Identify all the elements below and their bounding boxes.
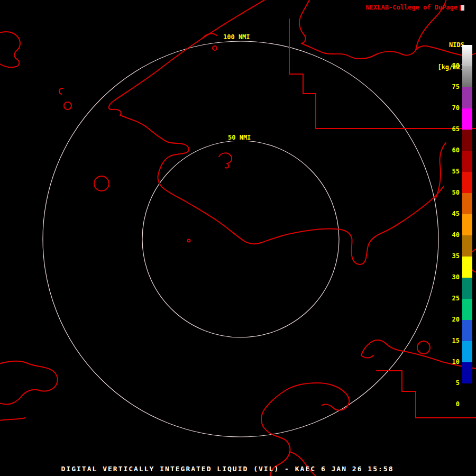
- colorbar-tick-70: 70: [442, 104, 460, 112]
- map-outlines: [0, 0, 476, 476]
- small-lake-upperleft: [64, 102, 71, 109]
- colorbar-tick-50: 50: [442, 188, 460, 197]
- coastline-topleft-corner: [0, 32, 20, 67]
- colorbar-segment-0: [462, 383, 472, 405]
- colorbar-tick-15: 15: [442, 336, 460, 345]
- range-ring-label-50nmi: 50 NMI: [226, 134, 253, 141]
- colorbar-segment-25: [462, 278, 472, 299]
- small-dot-center: [188, 240, 190, 242]
- colorbar-tick-20: 20: [442, 315, 460, 324]
- colorbar-tick-5: 5: [442, 379, 460, 387]
- island-bottom-a: [261, 383, 345, 476]
- colorbar-segment-70: [462, 87, 472, 108]
- coastline-bottomleft-a: [0, 361, 58, 405]
- coastline-bottomleft-b: [0, 418, 25, 420]
- colorbar-tick-30: 30: [442, 273, 460, 281]
- small-lake-left: [94, 176, 109, 191]
- colorbar-segment-80: [462, 45, 472, 66]
- small-lake-bottomright: [417, 341, 430, 354]
- coast-detail-upperleft: [59, 88, 63, 94]
- colorbar-segment-15: [462, 320, 472, 341]
- island-bottom-c: [322, 392, 349, 410]
- colorbar-segment-50: [462, 172, 472, 193]
- colorbar-header: NIDS [kg/m2]: [437, 26, 464, 86]
- colorbar-segment-35: [462, 235, 472, 257]
- coast-detail-inner: [219, 153, 232, 168]
- range-ring-label-100nmi: 100 NMI: [221, 33, 252, 41]
- colorbar-title: NIDS: [437, 41, 464, 49]
- colorbar-tick-45: 45: [442, 209, 460, 218]
- coastline-topright-a: [299, 0, 310, 43]
- brand: NEXLAB-College of DuPage: [366, 4, 464, 11]
- colorbar-tick-40: 40: [442, 231, 460, 239]
- colorbar-tick-75: 75: [442, 83, 460, 91]
- colorbar-tick-35: 35: [442, 252, 460, 260]
- colorbar-segment-65: [462, 108, 472, 130]
- colorbar-segment-40: [462, 214, 472, 235]
- colorbar-tick-55: 55: [442, 167, 460, 176]
- colorbar-segment-75: [462, 66, 472, 87]
- coastline-main: [109, 0, 444, 264]
- colorbar-segment-55: [462, 151, 472, 172]
- footer-caption: DIGITAL VERTICALLY INTEGRATED LIQUID (VI…: [0, 465, 455, 473]
- map-svg: [0, 0, 476, 476]
- colorbar-segment-30: [462, 257, 472, 278]
- brand-logo-icon: [460, 5, 464, 11]
- colorbar-tick-65: 65: [442, 125, 460, 133]
- colorbar-tick-80: 80: [442, 61, 460, 70]
- boundary-steps-bottomright: [377, 371, 476, 418]
- brand-text: NEXLAB-College of DuPage: [366, 4, 457, 11]
- colorbar-segment-60: [462, 130, 472, 151]
- small-lake-top: [213, 46, 217, 50]
- colorbar-tick-10: 10: [442, 358, 460, 366]
- radar-display: 100 NMI 50 NMI NEXLAB-College of DuPage …: [0, 0, 476, 476]
- colorbar-segment-45: [462, 193, 472, 214]
- colorbar-tick-0: 0: [442, 400, 460, 408]
- colorbar-segment-5: [462, 362, 472, 383]
- colorbar-tick-25: 25: [442, 294, 460, 303]
- colorbar-segment-20: [462, 299, 472, 320]
- coastline-bottomright-b: [361, 343, 373, 358]
- colorbar: [462, 45, 472, 405]
- colorbar-tick-60: 60: [442, 146, 460, 154]
- colorbar-segment-10: [462, 341, 472, 362]
